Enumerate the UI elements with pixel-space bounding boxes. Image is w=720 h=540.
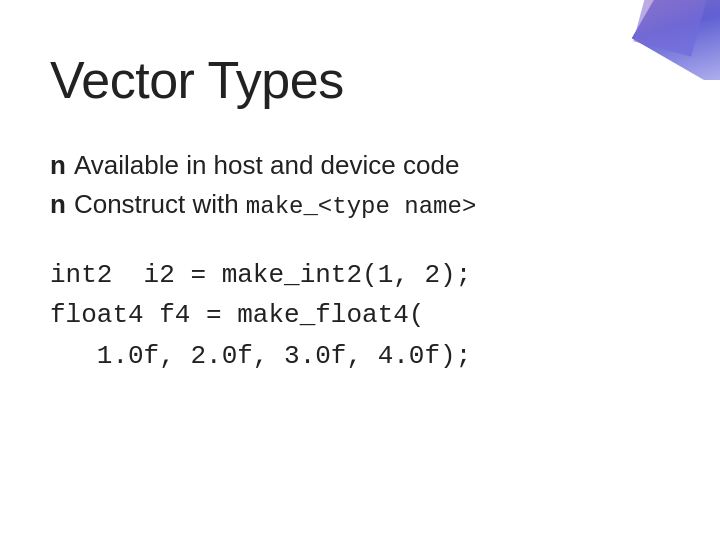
code-line-2: float4 f4 = make_float4( — [50, 295, 670, 335]
bullet-text: Construct with make_<type name> — [74, 189, 476, 220]
bullet-text: Available in host and device code — [74, 150, 459, 181]
code-block: int2 i2 = make_int2(1, 2); float4 f4 = m… — [50, 255, 670, 376]
list-item: n Construct with make_<type name> — [50, 189, 670, 220]
bullet-list: n Available in host and device code n Co… — [50, 150, 670, 220]
bullet-marker: n — [50, 189, 66, 220]
code-line-3: 1.0f, 2.0f, 3.0f, 4.0f); — [50, 336, 670, 376]
inline-code: make_<type name> — [246, 193, 476, 220]
bullet-marker: n — [50, 150, 66, 181]
slide-title: Vector Types — [50, 50, 670, 110]
list-item: n Available in host and device code — [50, 150, 670, 181]
code-line-1: int2 i2 = make_int2(1, 2); — [50, 255, 670, 295]
corner-decoration — [600, 0, 720, 80]
